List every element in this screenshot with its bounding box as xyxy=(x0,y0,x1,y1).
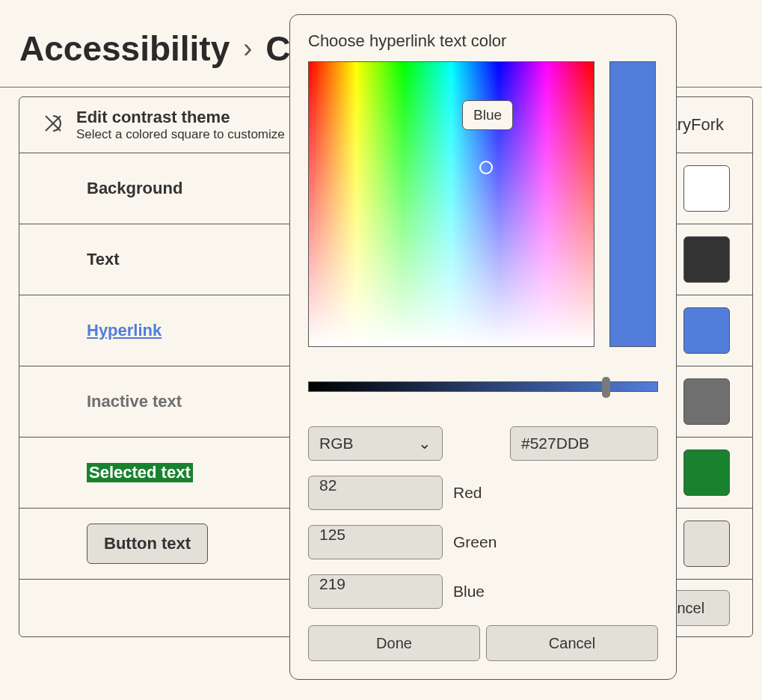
card-subtitle: Select a colored square to customize xyxy=(76,127,285,142)
label-selected: Selected text xyxy=(87,463,193,482)
spectrum-cursor[interactable] xyxy=(479,161,493,174)
blue-field[interactable] xyxy=(319,575,431,593)
blue-label: Blue xyxy=(453,583,485,601)
red-label: Red xyxy=(453,484,482,502)
swatch-button[interactable] xyxy=(683,521,730,567)
breadcrumb-root[interactable]: Accessibility xyxy=(19,28,230,69)
color-mode-value: RGB xyxy=(319,435,354,452)
hex-input[interactable] xyxy=(510,426,658,461)
chevron-down-icon: ⌄ xyxy=(418,435,431,452)
value-slider[interactable] xyxy=(308,381,658,392)
label-hyperlink: Hyperlink xyxy=(87,321,162,340)
card-title: Edit contrast theme xyxy=(76,108,285,127)
color-tooltip: Blue xyxy=(462,100,513,130)
hue-preview[interactable] xyxy=(609,61,656,347)
paintbrush-icon xyxy=(42,112,76,138)
swatch-inactive[interactable] xyxy=(683,378,730,425)
value-slider-thumb[interactable] xyxy=(602,377,610,398)
chevron-right-icon: › xyxy=(243,33,252,64)
dialog-cancel-button[interactable]: Cancel xyxy=(486,625,658,661)
color-mode-select[interactable]: RGB ⌄ xyxy=(308,426,443,461)
green-input[interactable] xyxy=(308,525,443,559)
green-field[interactable] xyxy=(319,526,431,544)
swatch-background[interactable] xyxy=(683,165,730,212)
hex-field[interactable] xyxy=(521,435,647,452)
swatch-text[interactable] xyxy=(683,236,730,283)
label-background: Background xyxy=(87,179,182,198)
done-button[interactable]: Done xyxy=(308,625,480,661)
label-text: Text xyxy=(87,250,120,269)
label-button: Button text xyxy=(87,524,208,564)
swatch-hyperlink[interactable] xyxy=(683,307,730,354)
color-spectrum[interactable]: Blue xyxy=(308,61,594,347)
red-input[interactable] xyxy=(308,476,443,510)
red-field[interactable] xyxy=(319,476,431,494)
label-inactive: Inactive text xyxy=(87,392,182,411)
green-label: Green xyxy=(453,533,497,551)
color-picker-dialog: Choose hyperlink text color Blue RGB ⌄ R… xyxy=(289,14,677,680)
swatch-selected[interactable] xyxy=(683,449,730,496)
blue-input[interactable] xyxy=(308,574,443,609)
dialog-title: Choose hyperlink text color xyxy=(308,31,658,51)
